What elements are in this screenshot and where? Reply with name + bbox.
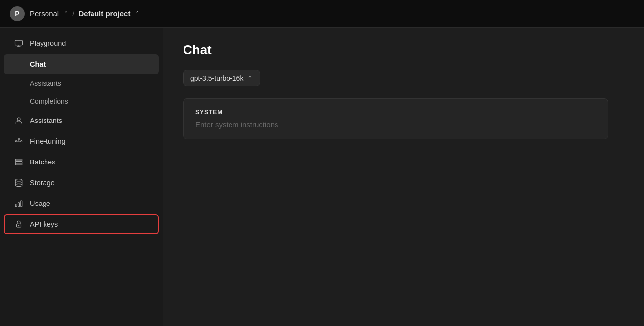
svg-rect-14 <box>15 204 17 207</box>
sidebar-subitem-completions[interactable]: Completions <box>4 93 159 110</box>
project-name[interactable]: Default project <box>78 9 130 18</box>
svg-point-3 <box>17 118 20 121</box>
sidebar-item-api-keys-label: API keys <box>30 220 58 228</box>
sidebar-item-batches[interactable]: Batches <box>4 152 159 172</box>
usage-icon <box>14 199 24 208</box>
svg-rect-0 <box>15 40 23 45</box>
org-name[interactable]: Personal <box>30 9 59 18</box>
org-chevron-icon[interactable]: ⌃ <box>64 10 68 17</box>
svg-rect-15 <box>18 203 20 207</box>
project-chevron-icon[interactable]: ⌃ <box>135 10 139 17</box>
sidebar-item-usage-label: Usage <box>30 200 50 207</box>
sidebar-item-fine-tuning[interactable]: Fine-tuning <box>4 131 159 151</box>
sidebar-item-usage[interactable]: Usage <box>4 194 159 213</box>
fine-tuning-icon <box>14 136 24 146</box>
sidebar-item-storage-label: Storage <box>30 179 55 187</box>
svg-point-13 <box>15 179 22 182</box>
storage-icon <box>14 178 24 188</box>
page-title: Chat <box>183 42 624 58</box>
batches-icon <box>14 157 24 167</box>
sidebar-item-storage[interactable]: Storage <box>4 173 159 193</box>
model-selector-label: gpt-3.5-turbo-16k <box>190 74 243 82</box>
assistants-icon <box>14 116 24 125</box>
header: P Personal ⌃ / Default project ⌃ <box>0 0 644 28</box>
sidebar-subitem-assistants-label: Assistants <box>30 80 61 87</box>
main-content: Chat gpt-3.5-turbo-16k ⌃ SYSTEM Enter sy… <box>163 28 644 326</box>
chat-placeholder-icon <box>14 59 24 69</box>
svg-point-18 <box>18 225 19 226</box>
sidebar: Playground Chat Assistants Completions A… <box>0 28 163 326</box>
sidebar-item-assistants-label: Assistants <box>30 117 62 124</box>
breadcrumb: Personal ⌃ / Default project ⌃ <box>30 9 139 18</box>
svg-rect-12 <box>15 163 22 165</box>
breadcrumb-separator: / <box>72 9 74 18</box>
svg-rect-10 <box>15 159 22 161</box>
sidebar-subitem-completions-label: Completions <box>30 97 68 105</box>
sidebar-item-api-keys[interactable]: API keys <box>4 214 159 234</box>
svg-rect-11 <box>15 162 22 163</box>
system-instructions-input[interactable]: Enter system instructions <box>195 121 596 129</box>
avatar: P <box>10 6 25 21</box>
sidebar-item-chat[interactable]: Chat <box>4 54 159 74</box>
sidebar-subitem-assistants[interactable]: Assistants <box>4 75 159 92</box>
sidebar-item-assistants[interactable]: Assistants <box>4 111 159 130</box>
api-keys-icon <box>14 219 24 229</box>
sidebar-item-playground-label: Playground <box>30 40 66 47</box>
sidebar-item-playground[interactable]: Playground <box>4 34 159 53</box>
sidebar-item-chat-label: Chat <box>30 60 46 68</box>
monitor-icon <box>14 39 24 48</box>
model-selector-button[interactable]: gpt-3.5-turbo-16k ⌃ <box>183 70 260 86</box>
svg-rect-16 <box>21 201 22 207</box>
system-panel: SYSTEM Enter system instructions <box>183 98 608 139</box>
system-panel-label: SYSTEM <box>195 109 596 116</box>
main-layout: Playground Chat Assistants Completions A… <box>0 28 644 326</box>
model-selector-chevron-icon: ⌃ <box>247 75 253 82</box>
sidebar-item-fine-tuning-label: Fine-tuning <box>30 137 66 145</box>
sidebar-item-batches-label: Batches <box>30 158 55 166</box>
